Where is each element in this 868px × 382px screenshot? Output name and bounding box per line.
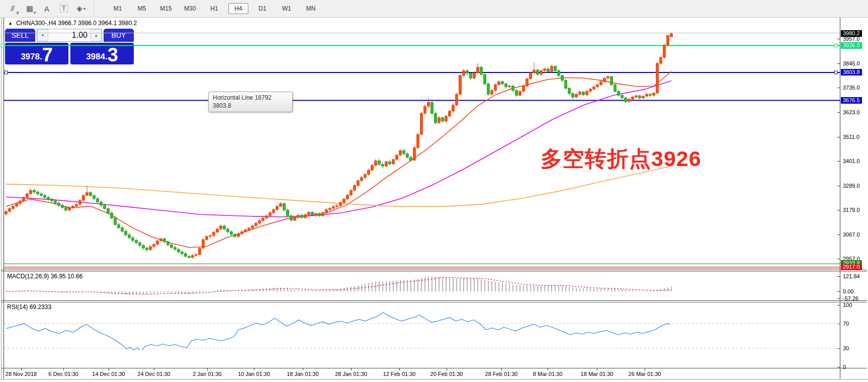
toolbar-separator bbox=[94, 3, 98, 15]
candle-body bbox=[33, 190, 36, 192]
candle-body bbox=[614, 85, 617, 91]
text-label-icon[interactable]: T bbox=[56, 2, 71, 15]
candle-body bbox=[449, 111, 451, 116]
candle-body bbox=[403, 150, 405, 154]
timeframe-button-m5[interactable]: M5 bbox=[132, 3, 152, 14]
candle-body bbox=[646, 94, 648, 96]
candle-body bbox=[188, 256, 191, 258]
candle-body bbox=[72, 206, 74, 208]
candle-body bbox=[618, 91, 620, 95]
candle-body bbox=[40, 194, 43, 195]
price-badge: 3926.0 bbox=[841, 42, 862, 49]
timeframe-button-w1[interactable]: W1 bbox=[277, 3, 297, 14]
time-axis-label: 18 Mar 01:30 bbox=[581, 371, 614, 377]
candle-body bbox=[82, 195, 85, 200]
timeframe-button-h1[interactable]: H1 bbox=[204, 3, 224, 14]
candle-body bbox=[424, 106, 426, 113]
candle-body bbox=[670, 34, 673, 37]
tooltip-line1: Horizontal Line 18792 bbox=[213, 94, 288, 102]
timeframe-button-d1[interactable]: D1 bbox=[252, 3, 273, 14]
grid-icon: ▦ bbox=[26, 4, 33, 13]
candle-body bbox=[519, 91, 522, 95]
rsi-tick-mark bbox=[837, 367, 840, 367]
candle-body bbox=[206, 237, 208, 240]
candle-body bbox=[297, 215, 300, 217]
shapes-icon[interactable]: ◈▾ bbox=[73, 2, 89, 15]
candle-body bbox=[406, 154, 409, 158]
candle-body bbox=[237, 234, 240, 237]
candle-body bbox=[146, 248, 148, 250]
candle-body bbox=[466, 70, 469, 73]
candle-body bbox=[431, 102, 433, 113]
candle-body bbox=[547, 69, 550, 71]
price-badge: 2917.0 bbox=[841, 264, 862, 270]
rsi-line bbox=[6, 313, 670, 350]
chart-text-annotation[interactable]: 多空转折点3926 bbox=[541, 144, 702, 174]
candle-body bbox=[100, 202, 103, 205]
timeframe-button-mn[interactable]: MN bbox=[301, 3, 321, 14]
candle-body bbox=[589, 89, 592, 91]
candle-body bbox=[593, 87, 595, 89]
timeframe-button-m1[interactable]: M1 bbox=[108, 3, 128, 14]
price-chart[interactable] bbox=[0, 18, 868, 270]
candle-body bbox=[170, 245, 173, 247]
candle-body bbox=[427, 102, 430, 106]
grid-icon[interactable]: ▦F bbox=[22, 2, 37, 15]
candle-body bbox=[385, 162, 388, 166]
line-handle[interactable] bbox=[834, 44, 837, 47]
time-tick-mark bbox=[447, 368, 447, 370]
rsi-panel[interactable] bbox=[0, 285, 868, 350]
candle-body bbox=[287, 210, 289, 215]
candle-body bbox=[142, 245, 145, 248]
price-badge: 3980.2 bbox=[841, 30, 862, 37]
candle-body bbox=[294, 217, 296, 220]
candle-body bbox=[596, 85, 599, 87]
candle-body bbox=[114, 218, 117, 224]
time-axis-label: 8 Mar 01:30 bbox=[533, 371, 563, 377]
time-axis-label: 14 Dec 01:30 bbox=[92, 371, 125, 377]
line-handle[interactable] bbox=[1, 44, 4, 47]
candle-body bbox=[473, 73, 476, 78]
timeframe-button-m15[interactable]: M15 bbox=[156, 3, 176, 14]
candle-body bbox=[121, 227, 124, 231]
candle-body bbox=[392, 160, 395, 164]
candle-body bbox=[192, 255, 194, 257]
candle-body bbox=[487, 84, 490, 95]
candle-body bbox=[104, 205, 106, 209]
candle-body bbox=[68, 207, 71, 210]
time-axis-label: 6 Dec 01:30 bbox=[48, 371, 78, 377]
candle-body bbox=[199, 248, 201, 255]
candle-body bbox=[223, 226, 226, 229]
candle-body bbox=[399, 150, 402, 155]
line-handle[interactable] bbox=[834, 71, 837, 74]
candle-body bbox=[209, 236, 212, 237]
candle-body bbox=[523, 86, 525, 91]
timeframe-button-m30[interactable]: M30 bbox=[180, 3, 200, 14]
candle-body bbox=[234, 234, 236, 236]
candle-body bbox=[350, 190, 353, 195]
candle-body bbox=[311, 212, 314, 215]
candle-body bbox=[301, 215, 303, 217]
candle-body bbox=[540, 70, 543, 74]
candle-body bbox=[480, 67, 483, 74]
candle-body bbox=[544, 69, 546, 70]
candle-body bbox=[501, 82, 504, 84]
text-icon[interactable]: A bbox=[39, 2, 54, 15]
candle-body bbox=[498, 82, 500, 85]
line-handle[interactable] bbox=[5, 71, 8, 74]
candle-body bbox=[290, 216, 293, 220]
candle-body bbox=[266, 216, 268, 218]
candle-body bbox=[332, 206, 335, 208]
macd-label: MACD(12,26,9) 36.95 10.66 bbox=[7, 273, 82, 280]
price-badge: 3803.8 bbox=[841, 69, 862, 75]
timeframe-button-h4[interactable]: H4 bbox=[228, 3, 248, 14]
candle-body bbox=[459, 75, 462, 94]
candle-body bbox=[216, 229, 219, 232]
crosshair-draw-icon[interactable]: ⫻E bbox=[5, 2, 20, 15]
candle-body bbox=[456, 94, 458, 105]
candle-body bbox=[75, 204, 78, 206]
candle-body bbox=[58, 203, 60, 205]
candle-body bbox=[558, 70, 560, 75]
candle-body bbox=[227, 229, 229, 232]
candle-body bbox=[181, 252, 184, 253]
